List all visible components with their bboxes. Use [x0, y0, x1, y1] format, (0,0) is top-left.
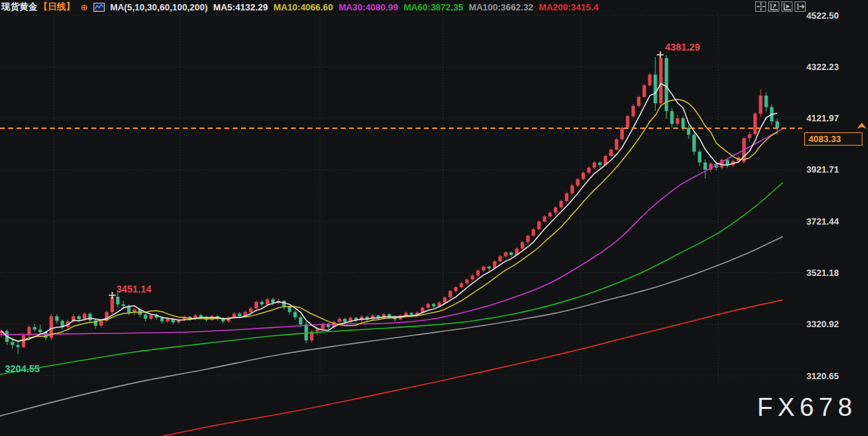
candle-body — [288, 307, 292, 312]
candle-body — [78, 316, 81, 319]
candle-body — [504, 252, 508, 256]
candle-body — [33, 327, 37, 330]
candle-body — [238, 313, 242, 316]
candle-body — [587, 168, 591, 173]
candle-body — [410, 313, 414, 315]
candle-body — [482, 267, 486, 271]
candle-body — [382, 314, 386, 318]
chart-style-icon[interactable] — [94, 3, 105, 12]
candle-body — [648, 75, 652, 86]
candle-body — [543, 216, 547, 221]
add-indicator-icon[interactable]: ⊕ — [80, 3, 88, 12]
period-label[interactable]: 【日线】 — [39, 1, 75, 13]
candle-body — [726, 160, 729, 165]
candle-body — [39, 329, 42, 332]
candle-body — [17, 345, 20, 347]
candle-body — [582, 173, 585, 179]
candle-body — [521, 242, 524, 248]
ma-formula-label: MA(5,10,30,60,100,200) — [110, 2, 208, 12]
candle-body — [83, 313, 87, 319]
candle-body — [22, 335, 26, 347]
candle-body — [316, 329, 319, 332]
candle-body — [599, 162, 602, 165]
candle-body — [538, 222, 541, 229]
candle-body — [255, 302, 258, 308]
price-chart-svg[interactable]: 3451.144381.293204.554522.504322.234121.… — [0, 0, 868, 436]
candle-body — [693, 134, 696, 151]
candle-body — [621, 128, 624, 139]
candle-body — [55, 316, 59, 321]
ma5-value: MA5:4132.29 — [213, 2, 268, 12]
candle-body — [654, 75, 657, 104]
candle-body — [499, 256, 502, 261]
crosshair-tool-button[interactable] — [755, 1, 766, 12]
candle-body — [471, 276, 475, 280]
candle-body — [166, 319, 170, 322]
candle-body — [610, 150, 613, 156]
axis-label[interactable]: 3120.65 — [806, 371, 839, 381]
price-annotation: 3204.55 — [5, 363, 40, 374]
candle-body — [565, 193, 569, 201]
ma30-value: MA30:4080.99 — [339, 2, 398, 12]
candle-body — [460, 284, 463, 288]
watermark: FX678 — [757, 393, 857, 422]
candle-body — [443, 297, 447, 302]
axis-label[interactable]: 4121.97 — [806, 113, 839, 123]
axis-label[interactable]: 3721.44 — [806, 216, 840, 227]
candle-body — [211, 316, 214, 320]
candle-body — [260, 302, 264, 304]
candle-body — [765, 96, 768, 107]
candle-body — [200, 315, 203, 317]
ma100-value: MA100:3662.32 — [469, 2, 533, 12]
candle-body — [632, 106, 635, 116]
candle-body — [100, 321, 103, 326]
candle-body — [266, 299, 269, 304]
chart-toolbar — [755, 1, 806, 12]
candle-body — [283, 301, 286, 307]
candle-body — [11, 342, 15, 345]
candle-body — [344, 319, 347, 322]
candle-body — [122, 304, 125, 306]
candle-body — [272, 299, 275, 303]
candle-body — [671, 111, 674, 124]
ma10-value: MA10:4066.60 — [274, 2, 333, 12]
axis-label[interactable]: 4322.23 — [806, 62, 839, 72]
candle-body — [338, 319, 342, 322]
symbol-title: 现货黄金 — [1, 1, 37, 13]
candle-body — [294, 312, 297, 317]
candle-body — [698, 152, 702, 163]
candle-body — [593, 162, 596, 167]
candle-body — [676, 119, 680, 124]
candle-body — [510, 252, 513, 255]
candle-body — [687, 128, 691, 134]
candle-body — [161, 317, 164, 321]
play-forward-button[interactable] — [781, 1, 792, 12]
candle-body — [554, 207, 558, 212]
candle-body — [748, 134, 752, 139]
candle-body — [571, 186, 574, 193]
candle-body — [615, 139, 619, 150]
candle-body — [144, 315, 148, 319]
candle-body — [488, 267, 491, 269]
candle-body — [249, 308, 253, 312]
step-out-button[interactable] — [795, 1, 806, 12]
axis-label[interactable]: 3521.18 — [806, 268, 839, 278]
axis-label[interactable]: 4522.50 — [806, 10, 839, 21]
candle-body — [427, 304, 430, 308]
candle-body — [637, 97, 641, 106]
ma200-value: MA200:3415.4 — [539, 2, 599, 12]
candle-body — [759, 96, 763, 114]
axis-label[interactable]: 3320.92 — [806, 319, 839, 329]
candle-body — [89, 313, 92, 320]
candle-body — [299, 317, 303, 324]
candle-body — [532, 229, 535, 236]
candle-body — [626, 116, 630, 128]
axis-label[interactable]: 3921.71 — [806, 164, 839, 175]
candle-body — [466, 279, 469, 284]
candle-body — [454, 287, 458, 291]
trading-chart-screen: 3451.144381.293204.554522.504322.234121.… — [0, 0, 868, 436]
candle-body — [576, 179, 580, 185]
scale-back-button[interactable] — [768, 1, 779, 12]
candle-body — [449, 291, 452, 297]
candle-body — [305, 324, 308, 340]
